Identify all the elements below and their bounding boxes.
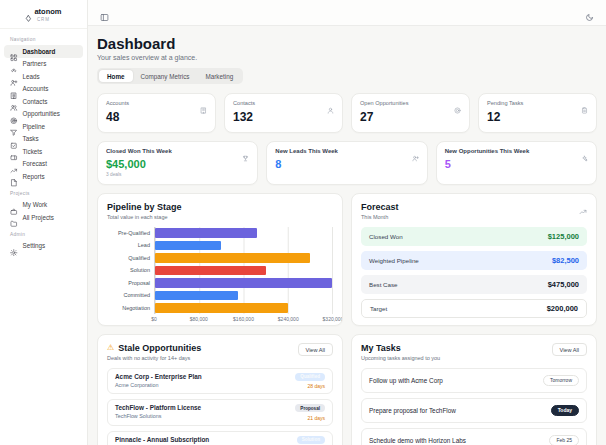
user-icon xyxy=(327,100,334,107)
kpi-value: 132 xyxy=(233,110,334,124)
view-all-button[interactable]: View All xyxy=(298,343,334,356)
pipeline-bar xyxy=(155,278,332,288)
pipeline-bar xyxy=(155,266,266,276)
pipeline-labels: Pre-QualifiedLeadQualifiedSolutionPropos… xyxy=(107,227,154,315)
bar-row xyxy=(155,252,332,265)
sidebar-item-my-work[interactable]: My Work xyxy=(4,199,83,212)
target-icon xyxy=(10,110,18,118)
sidebar-item-tickets[interactable]: Tickets xyxy=(4,145,83,158)
pipeline-by-stage-card: Pipeline by Stage Total value in each st… xyxy=(97,193,343,326)
user-plus-icon xyxy=(10,73,18,81)
target-icon xyxy=(454,100,461,107)
sidebar-item-leads[interactable]: Leads xyxy=(4,70,83,83)
stat-new-leads-week: New Leads This Week 8 xyxy=(266,141,427,185)
task-item[interactable]: Prepare proposal for TechFlow Today xyxy=(361,398,587,423)
handshake-icon xyxy=(10,60,18,68)
bar-row xyxy=(155,227,332,240)
bar-label: Pre-Qualified xyxy=(107,227,154,240)
forecast-value: $125,000 xyxy=(548,232,579,241)
building-icon xyxy=(10,85,18,93)
week-sub xyxy=(445,172,588,177)
nav-section-label: Admin xyxy=(10,232,77,237)
sidebar-item-contacts[interactable]: Contacts xyxy=(4,95,83,108)
pipeline-axis: $0$80,000$160,000$240,000$320,000 xyxy=(107,316,333,323)
week-sub xyxy=(275,172,418,177)
sidebar-item-settings[interactable]: Settings xyxy=(4,240,83,253)
bottom-row: ⚠ Stale Opportunities Deals with no acti… xyxy=(97,334,597,445)
week-sub: 3 deals xyxy=(106,172,249,177)
tasks-subtitle: Upcoming tasks assigned to you xyxy=(361,355,440,361)
users-icon xyxy=(10,98,18,106)
stale-item[interactable]: Acme Corp - Enterprise Plan Acme Corpora… xyxy=(107,368,333,395)
sidebar-toggle-icon[interactable] xyxy=(100,8,109,17)
view-all-button[interactable]: View All xyxy=(552,343,588,356)
sidebar-item-reports[interactable]: Reports xyxy=(4,170,83,183)
bar-label: Solution xyxy=(107,264,154,277)
pipeline-bar xyxy=(155,253,310,263)
middle-row: Pipeline by Stage Total value in each st… xyxy=(97,193,597,326)
sidebar-item-opportunities[interactable]: Opportunities xyxy=(4,108,83,121)
pipeline-bars xyxy=(154,227,333,315)
sidebar: atonom CRM Navigation Dashboard Partners… xyxy=(0,0,88,445)
brand-name: atonom xyxy=(34,7,61,16)
user-plus-icon xyxy=(412,148,419,155)
stale-days: 28 days xyxy=(307,383,325,389)
week-value: $45,000 xyxy=(106,158,249,170)
stale-opportunities-card: ⚠ Stale Opportunities Deals with no acti… xyxy=(97,334,343,445)
due-badge: Today xyxy=(551,405,579,416)
chart-subtitle: Total value in each stage xyxy=(107,214,333,220)
file-icon xyxy=(10,173,18,181)
sidebar-item-dashboard[interactable]: Dashboard xyxy=(4,45,83,58)
page-subtitle: Your sales overview at a glance. xyxy=(97,54,597,61)
stage-badge: Proposal xyxy=(295,404,325,412)
kpi-accounts: Accounts 48 xyxy=(97,93,216,133)
bar-row xyxy=(155,277,332,290)
sparkles-icon xyxy=(581,148,588,155)
week-value: 5 xyxy=(445,158,588,170)
stale-item[interactable]: TechFlow - Platform License TechFlow Sol… xyxy=(107,399,333,426)
trending-up-icon xyxy=(579,202,587,210)
bar-row xyxy=(155,264,332,277)
stage-badge: Solution xyxy=(297,436,325,444)
bar-label: Qualified xyxy=(107,252,154,265)
due-badge: Tomorrow xyxy=(543,375,579,386)
tab-marketing[interactable]: Marketing xyxy=(198,70,242,82)
pipeline-bar xyxy=(155,291,238,301)
building-icon xyxy=(200,100,207,107)
task-item[interactable]: Schedule demo with Horizon Labs Feb 25 xyxy=(361,428,587,445)
stat-new-opportunities-week: New Opportunities This Week 5 xyxy=(436,141,597,185)
tab-home[interactable]: Home xyxy=(99,70,133,82)
stale-title: Stale Opportunities xyxy=(118,343,201,353)
axis-tick: $160,000 xyxy=(233,316,254,322)
forecast-row: Closed Won $125,000 xyxy=(361,227,587,246)
brand-sub: CRM xyxy=(4,17,83,22)
theme-toggle-icon[interactable] xyxy=(585,8,594,17)
sidebar-item-accounts[interactable]: Accounts xyxy=(4,83,83,96)
nav-section-label: Navigation xyxy=(10,37,77,42)
sidebar-item-all-projects[interactable]: All Projects xyxy=(4,211,83,224)
axis-tick: $240,000 xyxy=(278,316,299,322)
sidebar-item-partners[interactable]: Partners xyxy=(4,58,83,71)
forecast-value: $200,000 xyxy=(547,304,578,313)
folder-icon xyxy=(10,214,18,222)
tab-bar: Home Company Metrics Marketing xyxy=(97,68,243,84)
forecast-card: Forecast This Month Closed Won $125,000 … xyxy=(351,193,597,326)
bar-label: Lead xyxy=(107,239,154,252)
bar-label: Negotiation xyxy=(107,302,154,315)
chart-title: Pipeline by Stage xyxy=(107,202,333,212)
forecast-row: Target $200,000 xyxy=(361,299,587,318)
sidebar-item-tasks[interactable]: Tasks xyxy=(4,133,83,146)
tab-company-metrics[interactable]: Company Metrics xyxy=(133,70,198,82)
task-item[interactable]: Follow up with Acme Corp Tomorrow xyxy=(361,368,587,393)
my-tasks-card: My Tasks Upcoming tasks assigned to you … xyxy=(351,334,597,445)
stale-item[interactable]: Pinnacle - Annual Subscription Pinnacle … xyxy=(107,431,333,445)
axis-tick: $80,000 xyxy=(190,316,208,322)
task-list: Follow up with Acme Corp Tomorrow Prepar… xyxy=(361,368,587,445)
main-area: Dashboard Your sales overview at a glanc… xyxy=(88,0,606,445)
gear-icon xyxy=(10,242,18,250)
page-title: Dashboard xyxy=(97,35,597,52)
trophy-icon xyxy=(242,148,249,155)
clipboard-icon xyxy=(581,100,588,107)
sidebar-item-forecast[interactable]: Forecast xyxy=(4,158,83,171)
sidebar-item-pipeline[interactable]: Pipeline xyxy=(4,120,83,133)
